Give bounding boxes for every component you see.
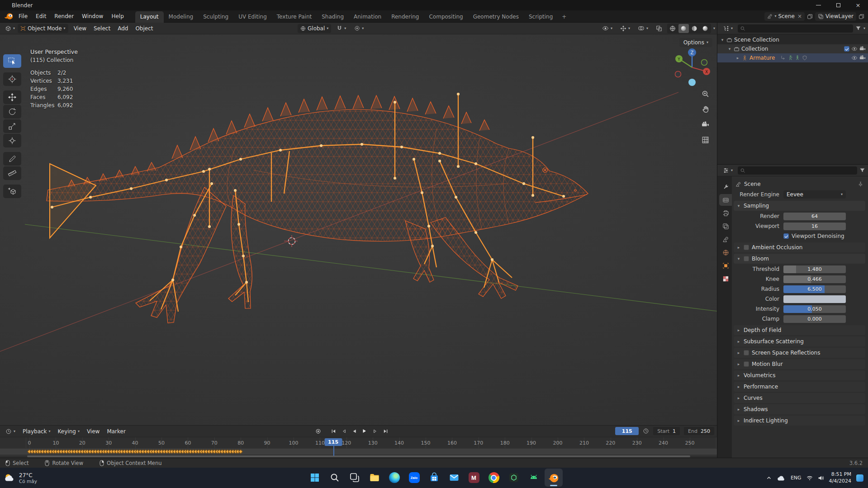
workspace-tab-layout[interactable]: Layout	[135, 11, 164, 23]
proportional-edit-toggle[interactable]: ▾	[351, 24, 366, 32]
menu-file[interactable]: File	[14, 10, 32, 22]
scene-selector[interactable]: ▾ Scene ×	[764, 12, 805, 21]
notification-icon[interactable]	[856, 474, 863, 482]
collection-checkbox[interactable]	[844, 46, 849, 52]
camera-view-icon[interactable]	[699, 118, 711, 130]
section-indirect-lighting[interactable]: ▸Indirect Lighting	[734, 416, 865, 426]
wireframe-lizard-model[interactable]	[0, 34, 717, 425]
viewport-denoising-checkbox[interactable]	[783, 233, 789, 239]
viewport-menu-object[interactable]: Object	[132, 24, 157, 33]
timeline-menu-view[interactable]: View	[83, 427, 103, 436]
properties-tab-world[interactable]	[719, 246, 732, 258]
pin-icon[interactable]	[858, 181, 863, 187]
playhead[interactable]	[333, 445, 334, 456]
section-ambient-occlusion[interactable]: ▸Ambient Occlusion	[734, 242, 865, 252]
speaker-icon[interactable]	[818, 475, 824, 481]
zoom-icon[interactable]	[699, 88, 711, 99]
previous-keyframe-button[interactable]	[339, 427, 348, 435]
taskbar-search[interactable]	[326, 469, 344, 487]
section-volumetrics[interactable]: ▸Volumetrics	[734, 370, 865, 380]
render-engine-dropdown[interactable]: Eevee▾	[783, 190, 846, 199]
tool-select-box[interactable]	[3, 54, 21, 68]
bloom-radius-slider[interactable]: 6.500	[783, 285, 846, 293]
workspace-tab-uv-editing[interactable]: UV Editing	[233, 11, 272, 23]
editor-type-properties-icon[interactable]: ▾	[720, 166, 735, 175]
bloom-clamp-slider[interactable]: 0.000	[783, 315, 846, 323]
properties-tab-scene[interactable]	[719, 233, 732, 245]
tool-scale[interactable]	[3, 119, 21, 133]
language-indicator[interactable]: ENG	[791, 475, 802, 481]
sampling-viewport-field[interactable]: 16	[783, 223, 846, 230]
tool-transform[interactable]	[3, 134, 21, 147]
tool-cursor-3d[interactable]	[3, 72, 21, 86]
taskbar-green-app[interactable]	[505, 469, 523, 487]
workspace-add-button[interactable]: +	[558, 11, 570, 23]
taskbar-edge[interactable]	[385, 469, 403, 487]
disable-render-camera-icon[interactable]	[859, 55, 866, 61]
taskbar-android[interactable]	[525, 469, 543, 487]
workspace-tab-compositing[interactable]: Compositing	[424, 11, 468, 23]
maximize-button[interactable]	[828, 0, 848, 10]
tool-move[interactable]	[3, 90, 21, 104]
section-sampling[interactable]: ▾Sampling	[734, 201, 865, 211]
taskbar-m-app[interactable]: M	[465, 469, 483, 487]
mode-dropdown[interactable]: Object Mode ▾	[18, 24, 68, 33]
menu-render[interactable]: Render	[50, 10, 78, 22]
tool-rotate[interactable]	[3, 105, 21, 118]
tool-add-cube[interactable]	[3, 185, 21, 198]
overlays-dropdown[interactable]: ▾	[635, 24, 651, 33]
pose-person-icon[interactable]	[787, 55, 793, 61]
tray-chevron-up-icon[interactable]	[766, 475, 772, 481]
outliner-row-collection[interactable]: ▾ Collection	[717, 44, 868, 53]
shading-dropdown-icon[interactable]: ▾	[713, 27, 715, 30]
taskbar-file-explorer[interactable]	[365, 469, 384, 487]
new-viewlayer-icon[interactable]	[859, 14, 864, 19]
blender-logo-icon[interactable]	[4, 12, 14, 20]
menu-window[interactable]: Window	[78, 10, 107, 22]
disable-render-camera-icon[interactable]	[859, 46, 866, 52]
ambient-occlusion-checkbox[interactable]	[744, 245, 749, 250]
lizard-mesh[interactable]	[47, 95, 588, 323]
timeline-menu-marker[interactable]: Marker	[103, 427, 129, 436]
auto-key-record-button[interactable]	[313, 427, 323, 435]
section-curves[interactable]: ▸Curves	[734, 393, 865, 403]
viewport-menu-add[interactable]: Add	[114, 24, 132, 33]
motion-blur-checkbox[interactable]	[744, 361, 749, 367]
jump-to-start-button[interactable]	[329, 427, 338, 435]
taskbar-task-view[interactable]	[346, 469, 364, 487]
current-frame-chip[interactable]: 115	[324, 438, 342, 446]
timeline-menu-playback[interactable]: Playback▾	[19, 427, 54, 436]
wifi-icon[interactable]	[806, 475, 813, 481]
editor-type-outliner-icon[interactable]: ▾	[720, 24, 735, 33]
section-subsurface-scattering[interactable]: ▸Subsurface Scattering	[734, 336, 865, 346]
navigation-gizmo[interactable]: Z Y X	[672, 46, 712, 90]
3d-cursor[interactable]	[284, 235, 298, 247]
close-button[interactable]: ×	[848, 0, 868, 10]
sampling-render-field[interactable]: 64	[783, 213, 846, 220]
minimize-button[interactable]	[808, 0, 828, 10]
preview-range-clock-icon[interactable]	[643, 428, 649, 434]
editor-type-timeline-icon[interactable]: ▾	[3, 427, 18, 436]
viewport-menu-select[interactable]: Select	[90, 24, 114, 33]
workspace-tab-scripting[interactable]: Scripting	[524, 11, 558, 23]
shading-material-button[interactable]	[689, 24, 700, 33]
tool-measure[interactable]	[3, 166, 21, 180]
next-keyframe-button[interactable]	[370, 427, 379, 435]
tool-annotate[interactable]	[3, 152, 21, 166]
taskbar-store[interactable]	[425, 469, 443, 487]
filter-funnel-icon[interactable]	[859, 167, 865, 173]
pan-hand-icon[interactable]	[699, 103, 711, 115]
properties-tab-texture[interactable]	[719, 273, 732, 284]
jump-to-end-button[interactable]	[381, 427, 390, 435]
scene-browse-icon[interactable]	[767, 14, 773, 19]
clock-widget[interactable]: 8:51 PM 4/4/2024	[829, 471, 851, 485]
filter-funnel-icon[interactable]	[855, 25, 861, 31]
editor-type-3d-viewport-icon[interactable]: ▾	[2, 24, 18, 33]
play-reverse-button[interactable]	[350, 427, 359, 435]
taskbar-chrome[interactable]	[485, 469, 503, 487]
section-bloom[interactable]: ▾Bloom	[734, 254, 865, 264]
timeline-scrollbar[interactable]	[27, 455, 690, 457]
screen-space-reflections-checkbox[interactable]	[744, 350, 749, 355]
workspace-tab-texture-paint[interactable]: Texture Paint	[272, 11, 317, 23]
animation-person-icon[interactable]	[795, 55, 800, 61]
